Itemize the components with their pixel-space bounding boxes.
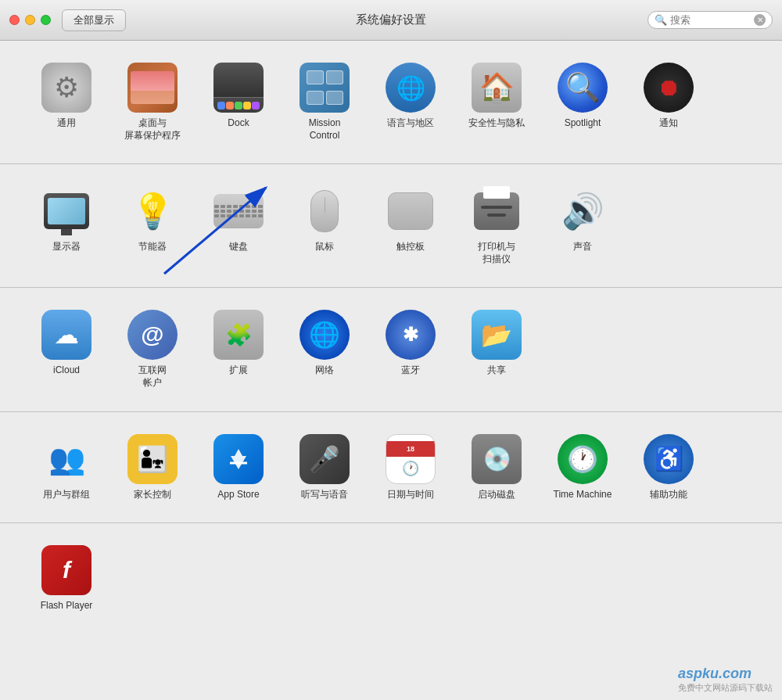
extensions-icon: 🧩 <box>213 310 264 360</box>
accessibility-icon: ♿ <box>644 434 694 484</box>
search-box: 🔍 ✕ <box>647 11 773 29</box>
pref-icloud[interactable]: ☁ iCloud <box>23 303 109 395</box>
bluetooth-icon: ✱ <box>386 310 436 360</box>
pref-network[interactable]: 🌐 网络 <box>282 303 368 395</box>
parental-label: 家长控制 <box>134 489 171 501</box>
pref-printer[interactable]: 打印机与扫描仪 <box>454 180 540 271</box>
pref-spotlight[interactable]: 🔍 Spotlight <box>540 56 626 148</box>
mission-label: MissionControl <box>309 117 341 142</box>
pref-mission[interactable]: MissionControl <box>282 56 368 148</box>
pref-datetime[interactable]: 18 🕐 日期与时间 <box>368 428 454 508</box>
datetime-label: 日期与时间 <box>387 489 434 501</box>
pref-bluetooth[interactable]: ✱ 蓝牙 <box>368 303 454 395</box>
traffic-lights <box>9 15 51 25</box>
system-section: 👥 用户与群组 👨‍👧 家长控制 <box>0 412 782 524</box>
spotlight-icon: 🔍 <box>558 63 608 113</box>
keyboard-label: 键盘 <box>229 241 248 253</box>
pref-dock[interactable]: Dock <box>196 56 282 148</box>
mission-icon <box>300 63 350 113</box>
lang-icon: 🌐 <box>386 63 436 113</box>
internet-accounts-icon: @ <box>127 310 178 360</box>
search-icon: 🔍 <box>655 14 667 26</box>
users-label: 用户与群组 <box>43 489 90 501</box>
security-label: 安全性与隐私 <box>468 117 525 130</box>
pref-extensions[interactable]: 🧩 扩展 <box>196 303 282 395</box>
extensions-label: 扩展 <box>229 364 248 377</box>
pref-accessibility[interactable]: ♿ 辅助功能 <box>626 428 712 508</box>
flash-label: Flash Player <box>41 600 93 612</box>
hardware-section: 显示器 💡 节能器 <box>0 164 782 288</box>
flash-icon: f <box>41 545 91 595</box>
accessibility-label: 辅助功能 <box>650 489 687 501</box>
pref-lang[interactable]: 🌐 语言与地区 <box>368 56 454 148</box>
pref-sharing[interactable]: 📂 共享 <box>454 303 540 395</box>
dictation-label: 听写与语音 <box>301 489 348 501</box>
pref-parental[interactable]: 👨‍👧 家长控制 <box>109 428 196 508</box>
internet-section: ☁ iCloud @ 互联网帐户 🧩 扩展 <box>0 288 782 411</box>
display-label: 显示器 <box>52 241 81 253</box>
pref-dictation[interactable]: 🎤 听写与语音 <box>282 428 368 508</box>
mouse-label: 鼠标 <box>315 241 334 253</box>
pref-trackpad[interactable]: 触控板 <box>368 180 454 271</box>
other-grid: f Flash Player <box>23 539 759 619</box>
dock-label: Dock <box>228 117 249 130</box>
pref-keyboard[interactable]: 键盘 <box>196 180 282 271</box>
sharing-label: 共享 <box>487 364 506 377</box>
pref-desktop[interactable]: 桌面与屏幕保护程序 <box>109 56 196 148</box>
sharing-icon: 📂 <box>472 310 522 360</box>
timemachine-icon: 🕐 <box>558 434 608 484</box>
notification-label: 通知 <box>659 117 678 130</box>
dock-icon <box>213 63 264 113</box>
startup-icon: 💿 <box>472 434 522 484</box>
pref-appstore[interactable]: App Store <box>196 428 282 508</box>
pref-startup[interactable]: 💿 启动磁盘 <box>454 428 540 508</box>
pref-internet-accounts[interactable]: @ 互联网帐户 <box>109 303 196 395</box>
dictation-icon: 🎤 <box>300 434 350 484</box>
timemachine-label: Time Machine <box>554 489 612 501</box>
personal-section: ⚙ 通用 桌面与屏幕保护程序 <box>0 41 782 164</box>
system-grid: 👥 用户与群组 👨‍👧 家长控制 <box>23 428 759 508</box>
minimize-button[interactable] <box>25 15 35 25</box>
pref-display[interactable]: 显示器 <box>23 180 109 271</box>
keyboard-icon <box>213 186 264 236</box>
window-title: 系统偏好设置 <box>356 13 426 27</box>
startup-label: 启动磁盘 <box>478 489 515 501</box>
pref-notification[interactable]: ⏺ 通知 <box>626 56 712 148</box>
titlebar: 全部显示 系统偏好设置 🔍 ✕ <box>0 0 782 41</box>
other-section: f Flash Player <box>0 523 782 634</box>
pref-timemachine[interactable]: 🕐 Time Machine <box>540 428 626 508</box>
pref-general[interactable]: ⚙ 通用 <box>23 56 109 148</box>
search-input[interactable] <box>670 14 748 26</box>
appstore-label: App Store <box>217 489 259 501</box>
security-icon: 🏠 <box>472 63 522 113</box>
desktop-label: 桌面与屏幕保护程序 <box>124 117 181 142</box>
maximize-button[interactable] <box>41 15 51 25</box>
network-label: 网络 <box>315 364 334 377</box>
general-label: 通用 <box>57 117 76 130</box>
pref-sound[interactable]: 🔊 声音 <box>540 180 626 271</box>
notification-icon: ⏺ <box>644 63 694 113</box>
sound-icon: 🔊 <box>558 186 608 236</box>
bluetooth-label: 蓝牙 <box>401 364 420 377</box>
appstore-svg <box>224 444 253 474</box>
pref-mouse[interactable]: 鼠标 <box>282 180 368 271</box>
sound-label: 声音 <box>573 241 592 253</box>
pref-flash[interactable]: f Flash Player <box>23 539 109 619</box>
icloud-label: iCloud <box>53 364 80 377</box>
trackpad-label: 触控板 <box>396 241 425 253</box>
pref-users[interactable]: 👥 用户与群组 <box>23 428 109 508</box>
watermark-sub: 免费中文网站源码下载站 <box>678 682 773 694</box>
datetime-icon: 18 🕐 <box>386 434 436 484</box>
clear-search-button[interactable]: ✕ <box>754 14 766 26</box>
show-all-button[interactable]: 全部显示 <box>62 9 126 31</box>
energy-icon: 💡 <box>127 186 178 236</box>
mouse-icon <box>300 186 350 236</box>
desktop-icon <box>127 63 178 113</box>
close-button[interactable] <box>9 15 20 25</box>
lang-label: 语言与地区 <box>387 117 434 130</box>
sections-wrap: ⚙ 通用 桌面与屏幕保护程序 <box>0 41 782 634</box>
pref-security[interactable]: 🏠 安全性与隐私 <box>454 56 540 148</box>
printer-icon <box>472 186 522 236</box>
pref-energy[interactable]: 💡 节能器 <box>109 180 196 271</box>
icloud-icon: ☁ <box>41 310 91 360</box>
